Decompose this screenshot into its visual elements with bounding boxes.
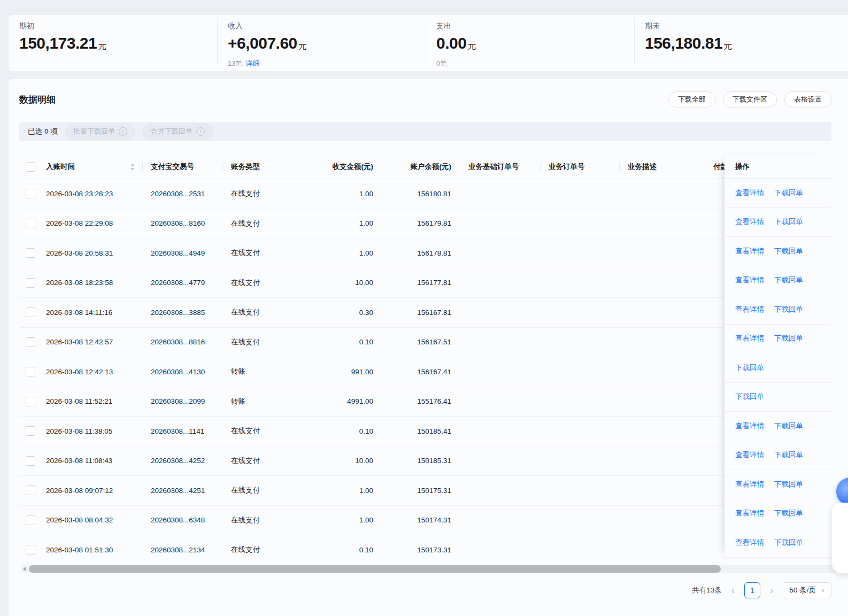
summary-opening: 期初 150,173.21元	[9, 15, 217, 71]
download-zone-button[interactable]: 下载文件区	[723, 91, 777, 107]
cell-txn: 20260308...2531	[142, 179, 222, 209]
table-body: 2026-03-08 23:28:2320260308...2531在线支付1.…	[19, 179, 831, 565]
cell-txn: 20260308...1141	[142, 417, 222, 446]
view-detail-link[interactable]: 查看详情	[735, 421, 764, 431]
selection-count-text: 已选0项	[28, 127, 58, 136]
column-header-label: 账户余额(元)	[411, 162, 452, 172]
column-header-amount: 收支金额(元)	[303, 155, 382, 179]
floating-side-panel[interactable]	[832, 503, 848, 573]
currency-unit: 元	[298, 41, 307, 50]
row-checkbox[interactable]	[26, 367, 35, 376]
batch-download-button[interactable]: 批量下载回单i	[65, 124, 135, 140]
selection-bar: 已选0项 批量下载回单i 合并下载回单i	[19, 122, 831, 141]
cell-order	[540, 387, 619, 417]
summary-closing: 期末 156,180.81元	[634, 15, 843, 71]
horizontal-scrollbar[interactable]	[21, 565, 839, 573]
row-checkbox[interactable]	[26, 456, 35, 466]
view-detail-link[interactable]: 查看详情	[735, 247, 764, 256]
row-checkbox[interactable]	[26, 189, 35, 198]
row-checkbox[interactable]	[26, 545, 35, 555]
merge-download-button[interactable]: 合并下载回单i	[143, 124, 213, 140]
row-checkbox[interactable]	[26, 515, 35, 525]
view-detail-link[interactable]: 查看详情	[735, 305, 764, 314]
cell-amount: 0.10	[303, 417, 382, 446]
summary-label: 期初	[19, 20, 217, 31]
row-checkbox[interactable]	[26, 397, 35, 406]
summary-sub: 0笔	[436, 59, 634, 68]
summary-income: 收入 +6,007.60元 13笔详细	[217, 15, 426, 71]
view-detail-link[interactable]: 查看详情	[735, 450, 764, 460]
download-receipt-link[interactable]: 下载回单	[774, 450, 803, 460]
download-receipt-link[interactable]: 下载回单	[774, 217, 803, 227]
table-row: 2026-03-08 11:38:0520260308...1141在线支付0.…	[19, 417, 831, 446]
view-detail-link[interactable]: 查看详情	[735, 334, 764, 343]
table-row: 2026-03-08 20:58:3120260308...4949在线支付1.…	[19, 238, 831, 268]
cell-type: 在线支付	[222, 328, 303, 357]
download-receipt-link[interactable]: 下载回单	[774, 480, 803, 489]
download-receipt-link[interactable]: 下载回单	[774, 509, 803, 518]
next-page-button[interactable]: ›	[769, 585, 774, 595]
row-checkbox[interactable]	[26, 486, 35, 495]
sort-icon[interactable]	[130, 164, 135, 171]
table-row: 2026-03-08 18:23:5820260308...4779在线支付10…	[19, 268, 831, 298]
download-receipt-link[interactable]: 下载回单	[774, 421, 803, 431]
row-checkbox[interactable]	[26, 278, 35, 288]
cell-base_order	[460, 506, 540, 535]
scroll-left-arrow[interactable]	[23, 567, 26, 571]
cell-txn: 20260308...2099	[142, 387, 222, 417]
cell-base_order	[460, 268, 540, 298]
table-settings-button[interactable]: 表格设置	[784, 91, 831, 107]
summary-label: 支出	[436, 20, 634, 31]
column-header-balance: 账户余额(元)	[382, 155, 460, 179]
cell-base_order	[460, 238, 540, 268]
cell-balance: 150173.31	[382, 535, 460, 565]
row-actions: 查看详情下载回单	[724, 528, 831, 558]
view-detail-link[interactable]: 查看详情	[735, 480, 764, 489]
page-number[interactable]: 1	[744, 582, 760, 598]
row-checkbox[interactable]	[26, 219, 35, 228]
row-actions: 查看详情下载回单	[724, 266, 831, 296]
row-checkbox[interactable]	[26, 307, 35, 317]
cell-time: 2026-03-08 11:52:21	[45, 387, 142, 417]
column-header-txn: 支付宝交易号	[142, 155, 222, 179]
download-receipt-link[interactable]: 下载回单	[774, 334, 803, 343]
view-detail-link[interactable]: 查看详情	[735, 509, 764, 518]
cell-desc	[619, 446, 705, 476]
prev-page-button[interactable]: ‹	[730, 585, 736, 595]
row-checkbox[interactable]	[26, 426, 35, 436]
summary-label: 期末	[645, 20, 843, 31]
data-detail-panel: 数据明细 下载全部 下载文件区 表格设置 已选0项 批量下载回单i 合并下载回单…	[9, 79, 848, 616]
page-size-select[interactable]: 50 条/页∨	[783, 582, 831, 598]
cell-amount: 0.30	[303, 298, 382, 327]
view-detail-link[interactable]: 查看详情	[735, 188, 764, 198]
download-receipt-link[interactable]: 下载回单	[735, 392, 764, 402]
view-detail-link[interactable]: 查看详情	[735, 217, 764, 227]
row-actions: 查看详情下载回单	[724, 441, 831, 471]
column-header-desc: 业务描述	[619, 155, 705, 179]
scrollbar-thumb[interactable]	[29, 565, 721, 573]
download-receipt-link[interactable]: 下载回单	[774, 275, 803, 285]
cell-type: 在线支付	[222, 268, 303, 298]
cell-order	[540, 357, 619, 387]
row-checkbox[interactable]	[26, 337, 35, 347]
cell-type: 在线支付	[222, 446, 303, 476]
table-row: 2026-03-08 11:08:4320260308...4252在线支付10…	[19, 446, 831, 476]
cell-checkbox	[19, 417, 45, 446]
download-receipt-link[interactable]: 下载回单	[774, 305, 803, 314]
cell-txn: 20260308...4779	[142, 268, 222, 298]
cell-base_order	[460, 328, 540, 357]
select-all-checkbox[interactable]	[26, 162, 35, 172]
row-actions: 查看详情下载回单	[724, 179, 831, 208]
income-detail-link[interactable]: 详细	[245, 59, 259, 67]
download-all-button[interactable]: 下载全部	[668, 91, 715, 107]
cell-time: 2026-03-08 09:07:12	[45, 476, 142, 505]
row-checkbox[interactable]	[26, 248, 35, 258]
table-row: 2026-03-08 08:04:3220260308...6348在线支付1.…	[19, 506, 831, 536]
view-detail-link[interactable]: 查看详情	[735, 538, 764, 548]
row-actions: 查看详情下载回单	[724, 208, 831, 237]
download-receipt-link[interactable]: 下载回单	[774, 247, 803, 256]
download-receipt-link[interactable]: 下载回单	[774, 538, 803, 548]
view-detail-link[interactable]: 查看详情	[735, 275, 764, 285]
download-receipt-link[interactable]: 下载回单	[735, 363, 764, 373]
download-receipt-link[interactable]: 下载回单	[774, 188, 803, 198]
